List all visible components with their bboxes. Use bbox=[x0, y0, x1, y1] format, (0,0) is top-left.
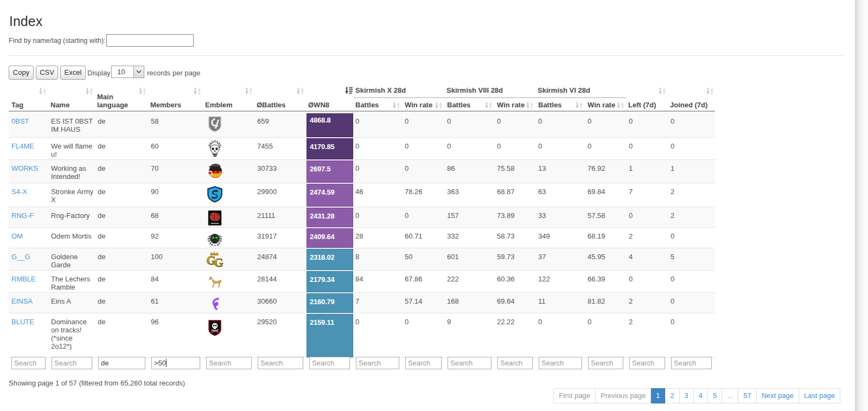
svg-text:G: G bbox=[214, 256, 223, 268]
